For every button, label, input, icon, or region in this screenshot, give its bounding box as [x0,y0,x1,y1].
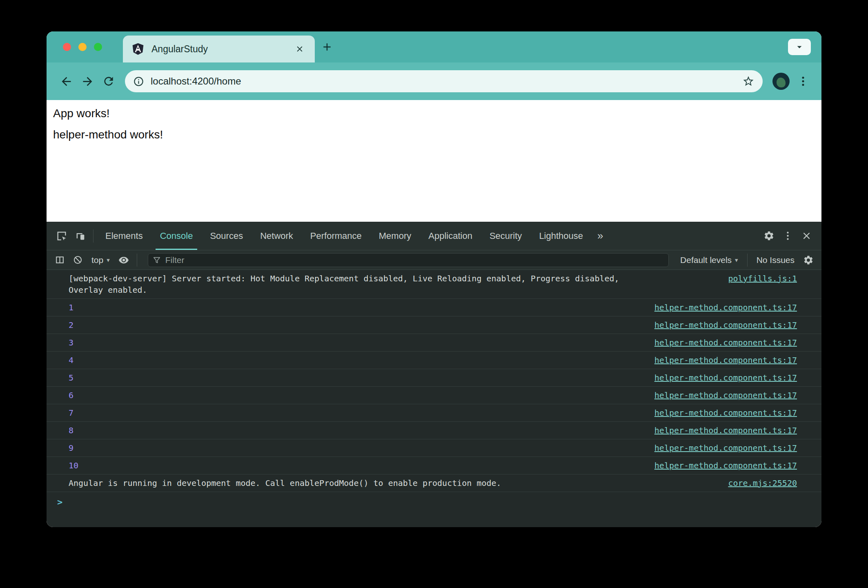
tab-strip: AngularStudy [47,31,821,62]
context-selector[interactable]: top ▾ [87,255,114,265]
console-message: 2 helper-method.component.ts:17 [47,316,821,334]
device-toolbar-icon[interactable] [71,227,90,245]
eye-icon[interactable] [116,252,132,268]
angular-logo-icon [131,42,145,56]
console-message: 7 helper-method.component.ts:17 [47,404,821,422]
console-toolbar: top ▾ Default levels ▾ No Issues [47,250,821,270]
tab-console[interactable]: Console [151,222,202,250]
console-source-link[interactable]: helper-method.component.ts:17 [654,354,797,366]
console-sidebar-icon[interactable] [51,252,68,268]
console-message: 3 helper-method.component.ts:17 [47,334,821,352]
console-prompt[interactable]: > [47,492,821,507]
console-source-link[interactable]: helper-method.component.ts:17 [654,460,797,471]
browser-menu-icon[interactable] [794,72,812,91]
traffic-lights [63,43,102,51]
filter-input[interactable] [165,255,664,265]
more-tabs-icon[interactable]: » [592,229,609,242]
console-source-link[interactable]: helper-method.component.ts:17 [654,442,797,454]
divider [747,254,748,267]
console-message: 1 helper-method.component.ts:17 [47,299,821,316]
tab-title: AngularStudy [151,44,288,55]
console-log-area[interactable]: [webpack-dev-server] Server started: Hot… [47,270,821,527]
console-source-link[interactable]: helper-method.component.ts:17 [654,337,797,348]
filter-funnel-icon [152,256,161,265]
console-message-text: [webpack-dev-server] Server started: Hot… [69,273,629,296]
new-tab-button[interactable] [318,38,336,56]
prompt-chevron-icon: > [57,497,62,507]
console-message-text: 5 [69,372,83,383]
back-button[interactable] [56,71,77,92]
tab-search-button[interactable] [788,39,811,55]
console-message-text: Angular is running in development mode. … [69,477,511,489]
chevron-down-icon: ▾ [107,256,110,264]
browser-tab[interactable]: AngularStudy [123,36,315,62]
console-message-text: 3 [69,337,83,348]
console-source-link[interactable]: helper-method.component.ts:17 [654,372,797,383]
devtools-panel: Elements Console Sources Network Perform… [47,222,821,527]
devtools-menu-icon[interactable] [778,227,797,245]
forward-button[interactable] [77,71,98,92]
console-message-text: 4 [69,354,83,366]
divider [137,254,137,267]
divider [93,229,93,243]
devtools-close-icon[interactable] [797,227,816,245]
console-source-link[interactable]: helper-method.component.ts:17 [654,302,797,313]
page-text-app-works: App works! [53,106,821,121]
console-source-link[interactable]: helper-method.component.ts:17 [654,319,797,331]
tab-performance[interactable]: Performance [302,222,370,250]
console-message: 10 helper-method.component.ts:17 [47,457,821,474]
console-source-link[interactable]: core.mjs:25520 [728,477,797,489]
console-filter[interactable] [148,253,669,267]
clear-console-icon[interactable] [69,252,86,268]
browser-window: AngularStudy localhost:4200/home [47,31,821,527]
tab-lighthouse[interactable]: Lighthouse [530,222,592,250]
console-message-text: 1 [69,302,83,313]
console-source-link[interactable]: helper-method.component.ts:17 [654,407,797,419]
page-text-helper-method: helper-method works! [53,127,821,143]
console-message-text: 7 [69,407,83,419]
tab-memory[interactable]: Memory [370,222,420,250]
console-message-text: 8 [69,425,83,436]
console-message-text: 10 [69,460,88,471]
console-settings-icon[interactable] [800,252,817,268]
console-message: 5 helper-method.component.ts:17 [47,369,821,387]
console-source-link[interactable]: helper-method.component.ts:17 [654,425,797,436]
console-message-text: 6 [69,390,83,401]
zoom-window-button[interactable] [94,43,102,51]
console-source-link[interactable]: polyfills.js:1 [728,273,797,284]
browser-toolbar: localhost:4200/home [47,62,821,100]
close-window-button[interactable] [63,43,71,51]
profile-avatar[interactable] [772,73,790,90]
console-message-text: 9 [69,442,83,454]
issues-counter[interactable]: No Issues [752,255,799,265]
tab-network[interactable]: Network [251,222,302,250]
tab-application[interactable]: Application [420,222,481,250]
console-message: 8 helper-method.component.ts:17 [47,422,821,439]
tab-elements[interactable]: Elements [97,222,151,250]
console-message: 4 helper-method.component.ts:17 [47,352,821,369]
address-bar[interactable]: localhost:4200/home [125,70,763,92]
site-info-icon[interactable] [133,76,144,87]
log-levels-selector[interactable]: Default levels ▾ [676,255,742,265]
console-message-text: 2 [69,319,83,331]
devtools-tab-bar: Elements Console Sources Network Perform… [47,222,821,250]
tab-sources[interactable]: Sources [201,222,251,250]
console-message: [webpack-dev-server] Server started: Hot… [47,270,821,299]
console-message: 6 helper-method.component.ts:17 [47,387,821,404]
reload-button[interactable] [98,71,119,92]
chevron-down-icon: ▾ [735,256,738,264]
tab-close-icon[interactable] [293,42,307,56]
inspect-element-icon[interactable] [52,227,71,245]
devtools-settings-icon[interactable] [759,227,778,245]
bookmark-star-icon[interactable] [742,75,754,87]
console-source-link[interactable]: helper-method.component.ts:17 [654,390,797,401]
console-message: 9 helper-method.component.ts:17 [47,439,821,457]
tab-security[interactable]: Security [481,222,530,250]
console-message: Angular is running in development mode. … [47,474,821,492]
minimize-window-button[interactable] [78,43,87,51]
url-text[interactable]: localhost:4200/home [151,76,736,87]
page-content: App works! helper-method works! [47,100,821,222]
